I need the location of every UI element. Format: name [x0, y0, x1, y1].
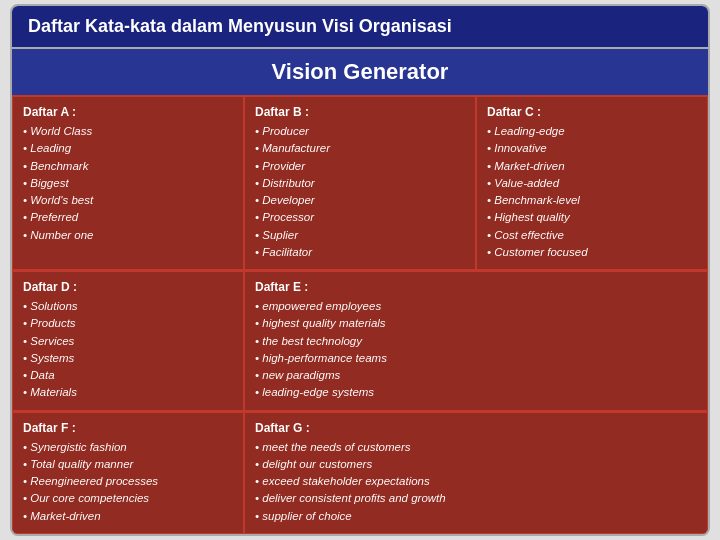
title-bar: Daftar Kata-kata dalam Menyusun Visi Org…	[12, 6, 708, 49]
list-item: Manufacturer	[255, 140, 465, 157]
list-item: Benchmark	[23, 158, 233, 175]
list-item: exceed stakeholder expectations	[255, 473, 697, 490]
list-item: Solutions	[23, 298, 233, 315]
list-item: Number one	[23, 227, 233, 244]
list-item: Processor	[255, 209, 465, 226]
list-item: Reengineered processes	[23, 473, 233, 490]
list-item: Data	[23, 367, 233, 384]
list-item: Facilitator	[255, 244, 465, 261]
cell-daftar-e: Daftar E : empowered employees highest q…	[244, 271, 708, 411]
list-item: Total quality manner	[23, 456, 233, 473]
list-item: highest quality materials	[255, 315, 697, 332]
daftar-c-header: Daftar C :	[487, 105, 697, 119]
row-3: Daftar F : Synergistic fashion Total qua…	[12, 411, 708, 534]
list-item: Provider	[255, 158, 465, 175]
list-item: Producer	[255, 123, 465, 140]
cell-daftar-a: Daftar A : World Class Leading Benchmark…	[12, 96, 244, 270]
main-container: Daftar Kata-kata dalam Menyusun Visi Org…	[10, 4, 710, 536]
list-item: Cost effective	[487, 227, 697, 244]
list-item: Materials	[23, 384, 233, 401]
list-item: high-performance teams	[255, 350, 697, 367]
list-item: Suplier	[255, 227, 465, 244]
title-text: Daftar Kata-kata dalam Menyusun Visi Org…	[28, 16, 452, 36]
list-item: Preferred	[23, 209, 233, 226]
list-item: new paradigms	[255, 367, 697, 384]
daftar-f-header: Daftar F :	[23, 421, 233, 435]
list-item: the best technology	[255, 333, 697, 350]
daftar-b-header: Daftar B :	[255, 105, 465, 119]
vision-header: Vision Generator	[12, 49, 708, 95]
daftar-b-list: Producer Manufacturer Provider Distribut…	[255, 123, 465, 261]
list-item: Leading-edge	[487, 123, 697, 140]
list-item: meet the needs of customers	[255, 439, 697, 456]
list-item: supplier of choice	[255, 508, 697, 525]
list-item: deliver consistent profits and growth	[255, 490, 697, 507]
list-item: Distributor	[255, 175, 465, 192]
daftar-e-header: Daftar E :	[255, 280, 697, 294]
daftar-d-header: Daftar D :	[23, 280, 233, 294]
list-item: Biggest	[23, 175, 233, 192]
list-item: delight our customers	[255, 456, 697, 473]
daftar-a-header: Daftar A :	[23, 105, 233, 119]
row-1: Daftar A : World Class Leading Benchmark…	[12, 95, 708, 270]
daftar-c-list: Leading-edge Innovative Market-driven Va…	[487, 123, 697, 261]
list-item: Highest quality	[487, 209, 697, 226]
row-2: Daftar D : Solutions Products Services S…	[12, 270, 708, 411]
daftar-e-list: empowered employees highest quality mate…	[255, 298, 697, 402]
list-item: Value-added	[487, 175, 697, 192]
list-item: Leading	[23, 140, 233, 157]
list-item: Benchmark-level	[487, 192, 697, 209]
cell-daftar-d: Daftar D : Solutions Products Services S…	[12, 271, 244, 411]
daftar-g-header: Daftar G :	[255, 421, 697, 435]
vision-header-text: Vision Generator	[272, 59, 449, 84]
list-item: World's best	[23, 192, 233, 209]
list-item: Market-driven	[487, 158, 697, 175]
daftar-d-list: Solutions Products Services Systems Data…	[23, 298, 233, 402]
cell-daftar-g: Daftar G : meet the needs of customers d…	[244, 412, 708, 534]
list-item: Developer	[255, 192, 465, 209]
list-item: Synergistic fashion	[23, 439, 233, 456]
cell-daftar-b: Daftar B : Producer Manufacturer Provide…	[244, 96, 476, 270]
list-item: World Class	[23, 123, 233, 140]
daftar-g-list: meet the needs of customers delight our …	[255, 439, 697, 525]
list-item: Our core competencies	[23, 490, 233, 507]
list-item: Systems	[23, 350, 233, 367]
cell-daftar-c: Daftar C : Leading-edge Innovative Marke…	[476, 96, 708, 270]
daftar-a-list: World Class Leading Benchmark Biggest Wo…	[23, 123, 233, 244]
list-item: Services	[23, 333, 233, 350]
list-item: empowered employees	[255, 298, 697, 315]
daftar-f-list: Synergistic fashion Total quality manner…	[23, 439, 233, 525]
list-item: leading-edge systems	[255, 384, 697, 401]
cell-daftar-f: Daftar F : Synergistic fashion Total qua…	[12, 412, 244, 534]
list-item: Products	[23, 315, 233, 332]
list-item: Innovative	[487, 140, 697, 157]
list-item: Market-driven	[23, 508, 233, 525]
list-item: Customer focused	[487, 244, 697, 261]
